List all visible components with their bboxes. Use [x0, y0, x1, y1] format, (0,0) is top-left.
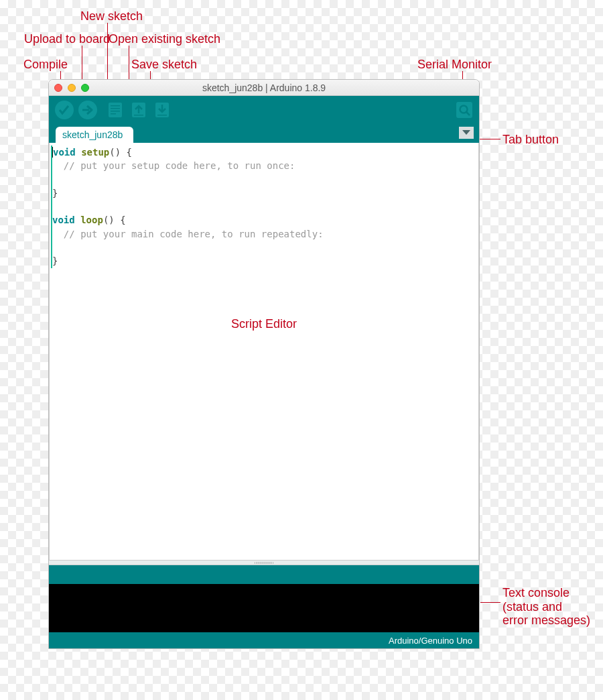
save-sketch-button[interactable]	[151, 99, 173, 121]
svg-marker-14	[462, 130, 470, 135]
annotation-upload: Upload to board	[24, 32, 110, 46]
window-title: sketch_jun28b | Arduino 1.8.9	[49, 82, 479, 93]
tab-bar: sketch_jun28b	[49, 124, 479, 143]
sketch-tab[interactable]: sketch_jun28b	[56, 127, 133, 143]
svg-rect-5	[111, 111, 120, 112]
zoom-window-button[interactable]	[81, 84, 89, 92]
tab-menu-button[interactable]	[459, 127, 474, 139]
chevron-down-icon	[462, 129, 471, 136]
code-editor[interactable]: void setup() { // put your setup code he…	[49, 143, 479, 560]
close-window-button[interactable]	[54, 84, 62, 92]
pane-divider[interactable]	[49, 560, 479, 565]
svg-rect-3	[111, 105, 120, 107]
new-sketch-button[interactable]	[104, 99, 126, 121]
svg-rect-10	[157, 115, 167, 116]
svg-rect-4	[111, 108, 120, 109]
footer-bar: Arduino/Genuino Uno	[49, 632, 479, 648]
annotation-compile: Compile	[23, 58, 68, 72]
upload-button[interactable]	[76, 99, 98, 121]
window-controls	[54, 84, 89, 92]
ide-window: sketch_jun28b | Arduino 1.8.9	[48, 79, 480, 649]
titlebar: sketch_jun28b | Arduino 1.8.9	[49, 80, 479, 96]
check-icon	[54, 100, 74, 120]
compile-button[interactable]	[53, 99, 75, 121]
new-file-icon	[106, 101, 125, 119]
open-sketch-button[interactable]	[127, 99, 149, 121]
minimize-window-button[interactable]	[68, 84, 76, 92]
svg-rect-2	[109, 103, 122, 117]
annotation-editor: Script Editor	[50, 317, 478, 331]
annotation-tab: Tab button	[503, 133, 559, 147]
toolbar	[49, 96, 479, 124]
annotation-new: New sketch	[80, 9, 143, 23]
svg-rect-11	[456, 102, 472, 118]
board-info: Arduino/Genuino Uno	[389, 636, 472, 646]
annotation-console: Text console (status and error messages)	[503, 586, 590, 628]
status-bar	[49, 565, 479, 584]
svg-rect-6	[111, 113, 116, 115]
magnifier-icon	[455, 101, 474, 119]
arrow-right-icon	[78, 100, 98, 120]
annotation-serial: Serial Monitor	[417, 58, 492, 72]
annotation-save: Save sketch	[131, 58, 197, 72]
svg-rect-8	[134, 115, 143, 116]
arrow-up-icon	[129, 101, 148, 119]
annotation-open: Open existing sketch	[109, 32, 220, 46]
serial-monitor-button[interactable]	[453, 99, 475, 121]
arrow-down-icon	[153, 101, 172, 119]
text-console[interactable]	[49, 584, 479, 632]
